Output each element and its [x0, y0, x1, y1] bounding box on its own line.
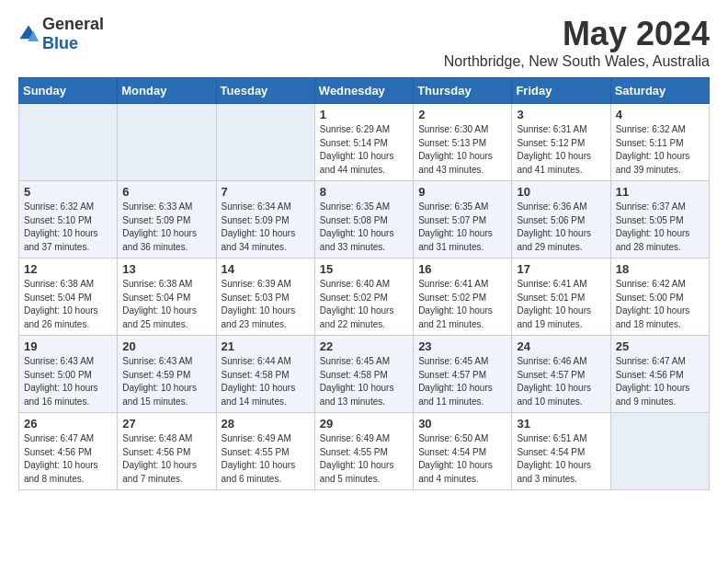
day-number: 1 [320, 108, 408, 121]
calendar-cell: 18Sunrise: 6:42 AM Sunset: 5:00 PM Dayli… [610, 259, 709, 336]
day-number: 5 [24, 185, 112, 199]
calendar-cell: 3Sunrise: 6:31 AM Sunset: 5:12 PM Daylig… [512, 104, 610, 181]
calendar-cell: 26Sunrise: 6:47 AM Sunset: 4:56 PM Dayli… [19, 413, 118, 490]
day-number: 31 [517, 417, 605, 431]
day-number: 8 [320, 185, 408, 199]
day-number: 29 [320, 417, 408, 431]
day-number: 23 [418, 339, 506, 353]
day-detail: Sunrise: 6:36 AM Sunset: 5:06 PM Dayligh… [517, 201, 605, 254]
day-detail: Sunrise: 6:43 AM Sunset: 4:59 PM Dayligh… [122, 355, 210, 408]
col-header-sunday: Sunday [19, 78, 118, 104]
col-header-tuesday: Tuesday [216, 78, 314, 104]
day-number: 3 [517, 108, 605, 121]
day-detail: Sunrise: 6:41 AM Sunset: 5:01 PM Dayligh… [517, 278, 605, 331]
day-detail: Sunrise: 6:43 AM Sunset: 5:00 PM Dayligh… [24, 355, 112, 408]
day-number: 24 [517, 339, 605, 353]
day-detail: Sunrise: 6:47 AM Sunset: 4:56 PM Dayligh… [616, 355, 704, 408]
calendar-cell: 16Sunrise: 6:41 AM Sunset: 5:02 PM Dayli… [414, 259, 512, 336]
day-detail: Sunrise: 6:45 AM Sunset: 4:58 PM Dayligh… [320, 355, 408, 408]
day-detail: Sunrise: 6:38 AM Sunset: 5:04 PM Dayligh… [24, 278, 112, 331]
day-detail: Sunrise: 6:49 AM Sunset: 4:55 PM Dayligh… [320, 432, 408, 486]
col-header-monday: Monday [118, 78, 216, 104]
day-detail: Sunrise: 6:33 AM Sunset: 5:09 PM Dayligh… [122, 201, 210, 254]
logo-general: General [42, 15, 104, 33]
calendar-cell: 24Sunrise: 6:46 AM Sunset: 4:57 PM Dayli… [512, 336, 610, 413]
day-number: 11 [616, 185, 704, 199]
calendar-cell: 6Sunrise: 6:33 AM Sunset: 5:09 PM Daylig… [118, 181, 216, 259]
day-detail: Sunrise: 6:45 AM Sunset: 4:57 PM Dayligh… [418, 355, 506, 408]
day-detail: Sunrise: 6:47 AM Sunset: 4:56 PM Dayligh… [24, 432, 112, 486]
day-detail: Sunrise: 6:48 AM Sunset: 4:56 PM Dayligh… [122, 432, 210, 486]
logo-text: General Blue [42, 15, 104, 53]
day-number: 7 [222, 185, 310, 199]
calendar-cell: 21Sunrise: 6:44 AM Sunset: 4:58 PM Dayli… [216, 336, 314, 413]
calendar-cell: 13Sunrise: 6:38 AM Sunset: 5:04 PM Dayli… [118, 259, 216, 336]
calendar-table: SundayMondayTuesdayWednesdayThursdayFrid… [18, 77, 710, 490]
day-number: 18 [616, 262, 704, 276]
calendar-cell: 11Sunrise: 6:37 AM Sunset: 5:05 PM Dayli… [610, 181, 709, 259]
calendar-cell: 31Sunrise: 6:51 AM Sunset: 4:54 PM Dayli… [512, 413, 610, 490]
day-number: 13 [122, 262, 210, 276]
day-detail: Sunrise: 6:35 AM Sunset: 5:08 PM Dayligh… [320, 201, 408, 254]
day-detail: Sunrise: 6:51 AM Sunset: 4:54 PM Dayligh… [517, 432, 605, 486]
calendar-cell: 8Sunrise: 6:35 AM Sunset: 5:08 PM Daylig… [314, 181, 413, 259]
calendar-cell [216, 104, 314, 181]
calendar-week-row: 1Sunrise: 6:29 AM Sunset: 5:14 PM Daylig… [19, 104, 710, 181]
day-detail: Sunrise: 6:32 AM Sunset: 5:10 PM Dayligh… [24, 201, 112, 254]
month-year-title: May 2024 [444, 15, 710, 53]
day-number: 2 [418, 108, 506, 121]
day-detail: Sunrise: 6:40 AM Sunset: 5:02 PM Dayligh… [320, 278, 408, 331]
day-detail: Sunrise: 6:31 AM Sunset: 5:12 PM Dayligh… [517, 123, 605, 177]
day-detail: Sunrise: 6:49 AM Sunset: 4:55 PM Dayligh… [222, 432, 310, 486]
calendar-cell: 29Sunrise: 6:49 AM Sunset: 4:55 PM Dayli… [314, 413, 413, 490]
calendar-week-row: 26Sunrise: 6:47 AM Sunset: 4:56 PM Dayli… [19, 413, 710, 490]
day-number: 21 [222, 339, 310, 353]
calendar-cell: 27Sunrise: 6:48 AM Sunset: 4:56 PM Dayli… [118, 413, 216, 490]
location-subtitle: Northbridge, New South Wales, Australia [444, 53, 710, 70]
day-detail: Sunrise: 6:29 AM Sunset: 5:14 PM Dayligh… [320, 123, 408, 177]
logo-icon [18, 24, 39, 44]
calendar-week-row: 12Sunrise: 6:38 AM Sunset: 5:04 PM Dayli… [19, 259, 710, 336]
day-number: 22 [320, 339, 408, 353]
day-detail: Sunrise: 6:34 AM Sunset: 5:09 PM Dayligh… [222, 201, 310, 254]
calendar-cell: 23Sunrise: 6:45 AM Sunset: 4:57 PM Dayli… [414, 336, 512, 413]
app-logo: General Blue [18, 15, 104, 53]
day-number: 16 [418, 262, 506, 276]
day-detail: Sunrise: 6:39 AM Sunset: 5:03 PM Dayligh… [222, 278, 310, 331]
col-header-friday: Friday [512, 78, 610, 104]
calendar-cell [118, 104, 216, 181]
day-detail: Sunrise: 6:46 AM Sunset: 4:57 PM Dayligh… [517, 355, 605, 408]
day-detail: Sunrise: 6:32 AM Sunset: 5:11 PM Dayligh… [616, 123, 704, 177]
col-header-saturday: Saturday [610, 78, 709, 104]
calendar-cell: 25Sunrise: 6:47 AM Sunset: 4:56 PM Dayli… [610, 336, 709, 413]
calendar-cell: 2Sunrise: 6:30 AM Sunset: 5:13 PM Daylig… [414, 104, 512, 181]
day-number: 28 [222, 417, 310, 431]
logo-blue: Blue [42, 34, 78, 52]
calendar-cell: 20Sunrise: 6:43 AM Sunset: 4:59 PM Dayli… [118, 336, 216, 413]
day-number: 19 [24, 339, 112, 353]
day-number: 12 [24, 262, 112, 276]
calendar-cell: 5Sunrise: 6:32 AM Sunset: 5:10 PM Daylig… [19, 181, 118, 259]
calendar-cell: 7Sunrise: 6:34 AM Sunset: 5:09 PM Daylig… [216, 181, 314, 259]
day-number: 30 [418, 417, 506, 431]
day-number: 25 [616, 339, 704, 353]
calendar-week-row: 5Sunrise: 6:32 AM Sunset: 5:10 PM Daylig… [19, 181, 710, 259]
title-area: May 2024 Northbridge, New South Wales, A… [444, 15, 710, 70]
calendar-cell: 22Sunrise: 6:45 AM Sunset: 4:58 PM Dayli… [314, 336, 413, 413]
day-number: 26 [24, 417, 112, 431]
day-number: 15 [320, 262, 408, 276]
calendar-cell [610, 413, 709, 490]
calendar-cell: 15Sunrise: 6:40 AM Sunset: 5:02 PM Dayli… [314, 259, 413, 336]
day-detail: Sunrise: 6:35 AM Sunset: 5:07 PM Dayligh… [418, 201, 506, 254]
calendar-cell: 10Sunrise: 6:36 AM Sunset: 5:06 PM Dayli… [512, 181, 610, 259]
calendar-cell: 1Sunrise: 6:29 AM Sunset: 5:14 PM Daylig… [314, 104, 413, 181]
calendar-cell [19, 104, 118, 181]
day-detail: Sunrise: 6:30 AM Sunset: 5:13 PM Dayligh… [418, 123, 506, 177]
day-number: 6 [122, 185, 210, 199]
calendar-cell: 30Sunrise: 6:50 AM Sunset: 4:54 PM Dayli… [414, 413, 512, 490]
day-number: 20 [122, 339, 210, 353]
calendar-cell: 17Sunrise: 6:41 AM Sunset: 5:01 PM Dayli… [512, 259, 610, 336]
calendar-header-row: SundayMondayTuesdayWednesdayThursdayFrid… [19, 78, 710, 104]
calendar-cell: 28Sunrise: 6:49 AM Sunset: 4:55 PM Dayli… [216, 413, 314, 490]
day-detail: Sunrise: 6:37 AM Sunset: 5:05 PM Dayligh… [616, 201, 704, 254]
